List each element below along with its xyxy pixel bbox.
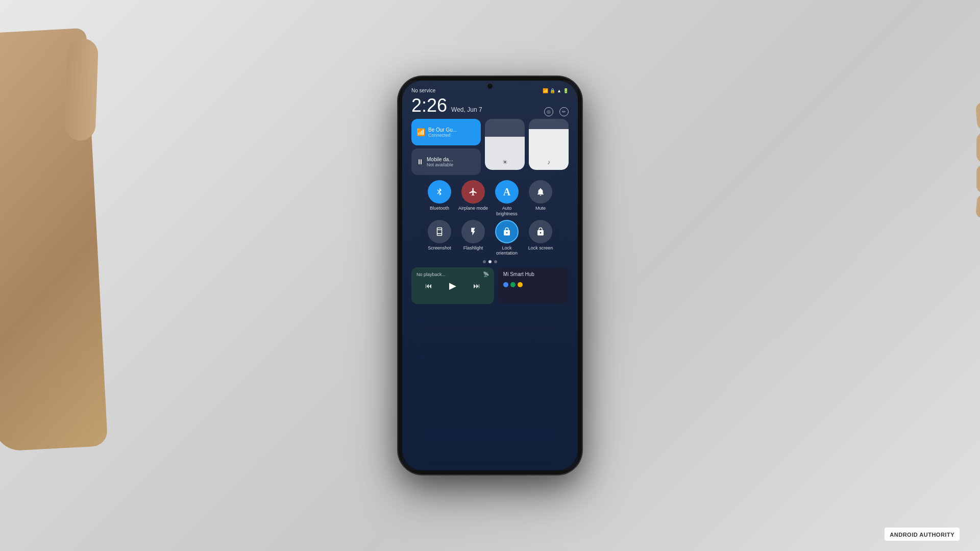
media-title-text: No playback... xyxy=(416,272,446,277)
status-icons: 📶 🔒 ▲ 🔋 xyxy=(543,88,569,93)
lock-screen-circle xyxy=(529,220,552,243)
wifi-tile-text: Be Our Gu... Connected xyxy=(428,127,476,138)
auto-brightness-circle: A xyxy=(495,180,519,204)
toggles-row-1: Bluetooth Airplane mode xyxy=(409,180,571,217)
watermark-text: ANDROID AUTHORITY xyxy=(890,532,954,538)
lock-orientation-circle xyxy=(495,220,519,243)
hub-title-text: Mi Smart Hub xyxy=(503,271,564,277)
flashlight-circle xyxy=(461,220,485,243)
flashlight-toggle[interactable]: Flashlight xyxy=(458,220,488,257)
finger-1 xyxy=(975,102,980,131)
mobile-data-tile[interactable]: ⏸ Mobile da... Not available xyxy=(411,148,481,175)
auto-brightness-toggle[interactable]: A Auto brightness xyxy=(492,180,522,217)
hub-dot-blue xyxy=(503,282,508,287)
auto-brightness-label: Auto brightness xyxy=(492,206,522,217)
signal-status: No service xyxy=(411,88,435,93)
toggles-row-2: Screenshot Flashlight xyxy=(409,220,571,257)
clock-time: 2:26 xyxy=(411,96,447,115)
page-dots xyxy=(409,260,571,263)
sim-icon: 📶 xyxy=(543,88,548,93)
camera-notch xyxy=(487,84,493,89)
brightness-slider[interactable]: ☀ xyxy=(485,119,525,170)
mute-label: Mute xyxy=(535,206,546,211)
wifi-tile-icon: 📶 xyxy=(416,128,425,136)
airplane-label: Airplane mode xyxy=(458,206,488,211)
media-top-row: No playback... 📡 xyxy=(416,271,489,277)
screenshot-circle xyxy=(428,220,451,243)
location-icon[interactable]: ◎ xyxy=(544,107,553,116)
finger-4 xyxy=(975,194,980,218)
smart-hub-card[interactable]: Mi Smart Hub xyxy=(498,267,569,304)
mobile-label: Mobile da... xyxy=(427,157,476,162)
volume-slider[interactable]: ♪ xyxy=(529,119,569,170)
lock-orientation-label: Lock orientation xyxy=(492,245,522,257)
bottom-cards-row: No playback... 📡 ⏮ ▶ ⏭ Mi Smart Hub xyxy=(409,267,571,304)
wifi-status: Connected xyxy=(428,133,476,138)
nfc-icon: 🔒 xyxy=(550,88,555,93)
lock-screen-label: Lock screen xyxy=(528,245,553,251)
cast-icon[interactable]: 📡 xyxy=(483,271,489,277)
next-button[interactable]: ⏭ xyxy=(473,282,480,290)
dot-1 xyxy=(483,260,486,263)
wifi-tile[interactable]: 📶 Be Our Gu... Connected xyxy=(411,119,481,145)
edit-icon[interactable]: ✏ xyxy=(559,107,569,116)
airplane-toggle[interactable]: Airplane mode xyxy=(458,180,488,217)
battery-icon: 🔋 xyxy=(563,88,569,93)
media-controls: ⏮ ▶ ⏭ xyxy=(416,280,489,291)
hand-fingers xyxy=(976,102,980,220)
media-player-card[interactable]: No playback... 📡 ⏮ ▶ ⏭ xyxy=(411,267,494,304)
prev-button[interactable]: ⏮ xyxy=(425,282,432,290)
brightness-icon: ☀ xyxy=(502,159,508,166)
lock-screen-toggle[interactable]: Lock screen xyxy=(525,220,556,257)
finger-3 xyxy=(976,165,980,193)
main-layout: No service 📶 🔒 ▲ 🔋 2:26 Wed, Jun 7 xyxy=(0,0,980,551)
hub-dot-yellow xyxy=(518,282,523,287)
phone-screen: No service 📶 🔒 ▲ 🔋 2:26 Wed, Jun 7 xyxy=(402,81,578,470)
play-button[interactable]: ▶ xyxy=(449,280,456,291)
lock-orientation-toggle[interactable]: Lock orientation xyxy=(492,220,522,257)
flashlight-label: Flashlight xyxy=(463,245,483,251)
mobile-tile-icon: ⏸ xyxy=(416,158,424,166)
dot-2-active xyxy=(488,260,492,263)
hub-logo-dots xyxy=(503,282,564,287)
phone-frame: No service 📶 🔒 ▲ 🔋 2:26 Wed, Jun 7 xyxy=(398,77,582,474)
hand-background xyxy=(0,28,108,452)
wifi-icon: ▲ xyxy=(557,88,561,93)
watermark: ANDROID AUTHORITY xyxy=(885,528,960,541)
bluetooth-toggle[interactable]: Bluetooth xyxy=(424,180,455,217)
mobile-tile-text: Mobile da... Not available xyxy=(427,157,476,167)
airplane-circle xyxy=(461,180,485,204)
dot-3 xyxy=(494,260,497,263)
wifi-ssid: Be Our Gu... xyxy=(428,127,476,133)
mobile-status: Not available xyxy=(427,162,476,167)
hub-dot-green xyxy=(510,282,516,287)
notification-shade: No service 📶 🔒 ▲ 🔋 2:26 Wed, Jun 7 xyxy=(402,81,578,470)
mute-circle xyxy=(529,180,552,204)
volume-icon: ♪ xyxy=(547,159,550,166)
screenshot-toggle[interactable]: Screenshot xyxy=(424,220,455,257)
bluetooth-label: Bluetooth xyxy=(430,206,449,211)
clock-date: Wed, Jun 7 xyxy=(451,106,482,113)
bluetooth-circle xyxy=(428,180,451,204)
shade-content: No service 📶 🔒 ▲ 🔋 2:26 Wed, Jun 7 xyxy=(402,81,578,304)
header-action-icons: ◎ ✏ xyxy=(544,107,569,116)
screenshot-label: Screenshot xyxy=(428,245,451,251)
finger-2 xyxy=(976,132,980,163)
mute-toggle[interactable]: Mute xyxy=(525,180,556,217)
